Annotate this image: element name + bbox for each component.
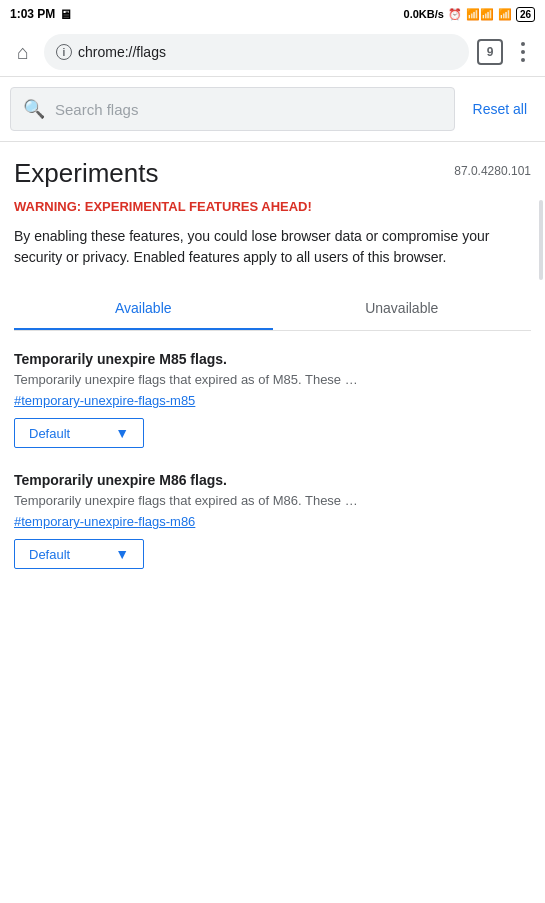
flag-link-m85[interactable]: #temporary-unexpire-flags-m85: [14, 393, 531, 408]
address-bar[interactable]: i chrome://flags: [44, 34, 469, 70]
menu-button[interactable]: [511, 42, 535, 62]
flag-title-m85: Temporarily unexpire M85 flags.: [14, 351, 531, 367]
menu-dot-1: [521, 42, 525, 46]
version-number: 87.0.4280.101: [454, 158, 531, 178]
network-speed: 0.0KB/s: [404, 8, 444, 20]
reset-all-button[interactable]: Reset all: [465, 97, 535, 121]
flag-item-m85: Temporarily unexpire M85 flags. Temporar…: [14, 351, 531, 448]
tabs: Available Unavailable: [14, 288, 531, 331]
flag-desc-m85: Temporarily unexpire flags that expired …: [14, 371, 531, 389]
flag-title-m86: Temporarily unexpire M86 flags.: [14, 472, 531, 488]
search-input[interactable]: Search flags: [55, 101, 138, 118]
flag-dropdown-m86[interactable]: Default ▼: [14, 539, 144, 569]
menu-dot-2: [521, 50, 525, 54]
time-display: 1:03 PM: [10, 7, 55, 21]
dropdown-arrow-m85: ▼: [115, 425, 129, 441]
flag-dropdown-value-m86: Default: [29, 547, 70, 562]
search-area: 🔍 Search flags Reset all: [0, 77, 545, 142]
status-left: 1:03 PM 🖥: [10, 7, 72, 22]
status-right: 0.0KB/s ⏰ 📶📶 📶 26: [404, 7, 535, 22]
search-box[interactable]: 🔍 Search flags: [10, 87, 455, 131]
screen-icon: 🖥: [59, 7, 72, 22]
wifi-icon: 📶: [498, 8, 512, 21]
experiments-header: Experiments 87.0.4280.101: [14, 158, 531, 189]
menu-dot-3: [521, 58, 525, 62]
scrollbar[interactable]: [539, 200, 543, 280]
signal-icons: 📶📶: [466, 8, 494, 21]
warning-text: WARNING: EXPERIMENTAL FEATURES AHEAD!: [14, 199, 531, 214]
dropdown-arrow-m86: ▼: [115, 546, 129, 562]
flag-link-m86[interactable]: #temporary-unexpire-flags-m86: [14, 514, 531, 529]
home-button[interactable]: ⌂: [10, 39, 36, 65]
alarm-icon: ⏰: [448, 8, 462, 21]
browser-bar: ⌂ i chrome://flags 9: [0, 28, 545, 77]
flag-item-m86: Temporarily unexpire M86 flags. Temporar…: [14, 472, 531, 569]
description-text: By enabling these features, you could lo…: [14, 226, 531, 268]
home-icon: ⌂: [17, 41, 29, 64]
battery-indicator: 26: [516, 7, 535, 22]
status-bar: 1:03 PM 🖥 0.0KB/s ⏰ 📶📶 📶 26: [0, 0, 545, 28]
flag-desc-m86: Temporarily unexpire flags that expired …: [14, 492, 531, 510]
info-icon: i: [56, 44, 72, 60]
flag-dropdown-m85[interactable]: Default ▼: [14, 418, 144, 448]
tab-count[interactable]: 9: [477, 39, 503, 65]
experiments-title: Experiments: [14, 158, 159, 189]
tab-unavailable[interactable]: Unavailable: [273, 288, 532, 330]
tab-available[interactable]: Available: [14, 288, 273, 330]
main-content: Experiments 87.0.4280.101 WARNING: EXPER…: [0, 142, 545, 569]
search-icon: 🔍: [23, 98, 45, 120]
info-label: i: [63, 47, 66, 58]
url-display: chrome://flags: [78, 44, 166, 60]
flag-dropdown-value-m85: Default: [29, 426, 70, 441]
